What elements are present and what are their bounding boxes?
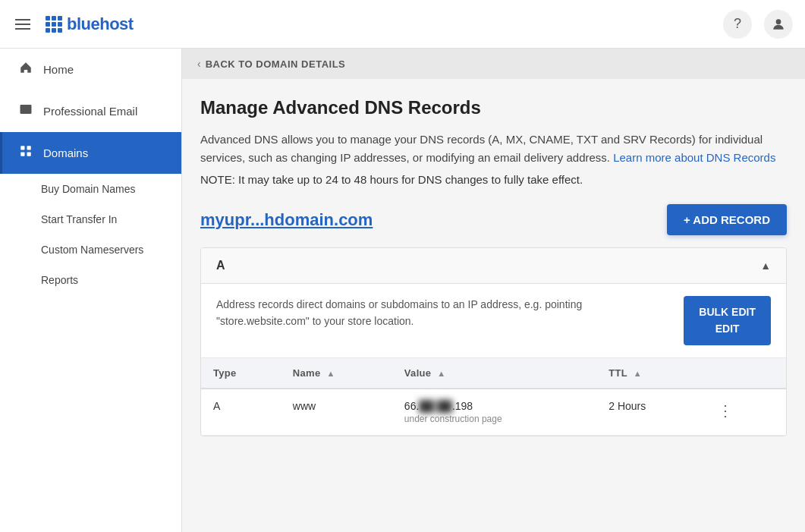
record-description: Address records direct domains or subdom…	[216, 296, 668, 330]
sidebar-item-professional-email[interactable]: Professional Email	[0, 90, 181, 132]
sidebar-item-start-transfer-in[interactable]: Start Transfer In	[0, 204, 181, 235]
sidebar-item-home-label: Home	[43, 63, 74, 76]
value-prefix: 66.	[404, 400, 419, 412]
record-type-label: A	[216, 259, 225, 272]
chevron-up-icon: ▲	[760, 260, 771, 272]
col-type-label: Type	[213, 367, 237, 379]
row-type: A	[201, 389, 281, 436]
svg-rect-3	[27, 146, 31, 150]
page-description: Advanced DNS allows you to manage your D…	[200, 131, 787, 167]
table-body: A www 66.██ ██.198 under construction pa…	[201, 389, 786, 436]
main-content: ‹ BACK TO DOMAIN DETAILS Manage Advanced…	[182, 49, 805, 532]
main-layout: Home Professional Email Domains Buy Doma…	[0, 49, 805, 532]
content-inner: Manage Advanced DNS Records Advanced DNS…	[182, 79, 805, 455]
learn-more-link[interactable]: Learn more about DNS Records	[613, 151, 775, 164]
record-section-a: A ▲ Address records direct domains or su…	[200, 247, 787, 436]
col-ttl[interactable]: TTL ▲	[596, 358, 700, 389]
row-value: 66.██ ██.198 under construction page	[392, 389, 596, 436]
add-record-button[interactable]: + ADD RECORD	[667, 204, 787, 235]
value-suffix: .198	[452, 400, 473, 412]
domain-name[interactable]: myupr...hdomain.com	[200, 210, 373, 230]
sidebar-item-custom-nameservers[interactable]: Custom Nameservers	[0, 235, 181, 265]
back-to-domain-details-link[interactable]: BACK TO DOMAIN DETAILS	[206, 58, 346, 70]
back-bar: ‹ BACK TO DOMAIN DETAILS	[182, 49, 805, 79]
home-icon	[17, 61, 34, 78]
logo-text: bluehost	[67, 14, 134, 34]
domain-row: myupr...hdomain.com + ADD RECORD	[200, 204, 787, 235]
header-left: bluehost	[12, 14, 134, 34]
bulk-edit-button[interactable]: BULK EDIT EDIT	[684, 296, 771, 345]
domains-icon	[17, 144, 34, 162]
bulk-edit-label: BULK EDIT	[699, 306, 756, 318]
record-body: Address records direct domains or subdom…	[201, 284, 786, 358]
back-arrow-icon: ‹	[197, 58, 201, 70]
row-ttl: 2 Hours	[596, 389, 700, 436]
col-type[interactable]: Type	[201, 358, 281, 389]
sidebar-item-home[interactable]: Home	[0, 49, 181, 90]
col-name-label: Name	[293, 367, 321, 379]
col-actions	[700, 358, 786, 389]
col-name[interactable]: Name ▲	[281, 358, 392, 389]
value-blurred: ██ ██	[419, 400, 452, 412]
edit-label: EDIT	[715, 323, 740, 335]
sidebar-item-domains[interactable]: Domains	[0, 132, 181, 174]
help-icon[interactable]: ?	[723, 10, 752, 39]
col-value-label: Value	[404, 367, 431, 379]
svg-rect-2	[20, 146, 24, 150]
logo[interactable]: bluehost	[46, 14, 134, 34]
table-header: Type Name ▲ Value ▲ TTL	[201, 358, 786, 389]
sidebar: Home Professional Email Domains Buy Doma…	[0, 49, 182, 532]
page-title: Manage Advanced DNS Records	[200, 97, 787, 118]
note-text: NOTE: It may take up to 24 to 48 hours f…	[200, 173, 787, 186]
sidebar-sub-item-start-transfer-label: Start Transfer In	[41, 213, 117, 225]
sidebar-item-domains-label: Domains	[43, 146, 88, 159]
record-section-header[interactable]: A ▲	[201, 248, 786, 284]
svg-point-0	[776, 19, 781, 24]
sidebar-item-professional-email-label: Professional Email	[43, 105, 137, 118]
sidebar-sub-item-custom-nameservers-label: Custom Nameservers	[41, 244, 143, 256]
sidebar-item-reports[interactable]: Reports	[0, 265, 181, 295]
svg-rect-4	[20, 153, 24, 156]
ttl-sort-icon: ▲	[634, 369, 642, 378]
sidebar-sub-item-reports-label: Reports	[41, 274, 78, 286]
logo-grid-icon	[46, 16, 62, 33]
more-options-button[interactable]: ⋮	[712, 400, 739, 421]
user-avatar[interactable]	[764, 10, 793, 39]
col-value[interactable]: Value ▲	[392, 358, 596, 389]
row-actions: ⋮	[700, 389, 786, 436]
dns-table: Type Name ▲ Value ▲ TTL	[201, 358, 786, 436]
header: bluehost ?	[0, 0, 805, 49]
sidebar-sub-item-buy-domain-label: Buy Domain Names	[41, 183, 136, 195]
col-ttl-label: TTL	[608, 367, 627, 379]
header-right: ?	[723, 10, 793, 39]
value-sort-icon: ▲	[437, 369, 445, 378]
menu-toggle-button[interactable]	[12, 16, 33, 33]
email-icon	[17, 102, 34, 120]
row-name: www	[281, 389, 392, 436]
table-row: A www 66.██ ██.198 under construction pa…	[201, 389, 786, 436]
svg-rect-5	[27, 153, 31, 156]
sidebar-item-buy-domain-names[interactable]: Buy Domain Names	[0, 174, 181, 204]
under-construction-label: under construction page	[404, 414, 584, 424]
name-sort-icon: ▲	[326, 369, 335, 378]
